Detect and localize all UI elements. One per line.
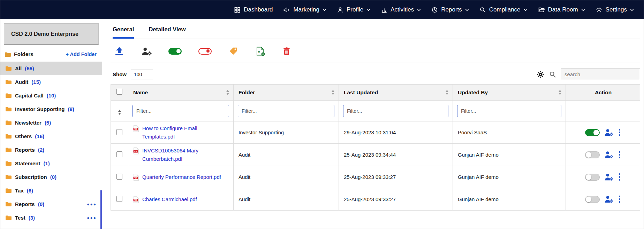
row-checkbox[interactable] [116,129,122,135]
folder-menu-icon[interactable]: ●●● [87,202,97,206]
col-header-last-updated[interactable]: Last Updated [339,85,453,101]
folder-icon [5,161,12,166]
file-link[interactable]: Quarterly Performance Report.pdf [142,173,221,181]
assign-user-icon[interactable] [604,173,613,181]
folder-name: Newsletter [15,120,41,126]
activate-toggle-icon [168,48,182,55]
assign-user-icon[interactable] [604,128,613,136]
folder-filter-input[interactable] [238,105,334,117]
nav-item-profile[interactable]: Profile [337,6,370,13]
col-header-folder[interactable]: Folder [234,85,339,101]
svg-text:PDF: PDF [134,199,137,201]
svg-text:PDF: PDF [134,128,137,130]
row-checkbox[interactable] [116,151,122,157]
sidebar-folder-item[interactable]: Investor Supporting (8) ●●● [0,102,102,116]
delete-button[interactable] [282,46,291,56]
nav-item-compliance[interactable]: Compliance [479,6,528,13]
col-header-name[interactable]: Name [128,85,234,101]
assign-user-button[interactable] [141,47,152,56]
activate-button[interactable] [168,48,182,55]
last-updated-cell: 25-Aug-2023 09:33:27 [339,166,453,188]
kebab-menu-icon[interactable] [618,172,622,182]
folder-count: (15) [31,79,41,85]
main-content: General Detailed View [102,19,644,229]
enterprise-title: CSD 2.0 Demo Enterprise [4,23,99,45]
row-checkbox[interactable] [116,196,122,202]
sort-icon[interactable] [332,90,334,95]
export-excel-button[interactable]: x [255,46,265,56]
nav-label: Profile [347,6,363,13]
sidebar-folder-item[interactable]: Test (3) ●●● [0,211,102,224]
kebab-menu-icon[interactable] [618,128,622,137]
upload-button[interactable] [114,46,124,56]
last-updated-filter-input[interactable] [343,105,448,117]
nav-item-reports[interactable]: Reports [431,6,469,13]
file-link[interactable]: How to Configure Email Templates.pdf [142,124,229,141]
status-toggle[interactable] [585,196,600,203]
folder-icon [5,215,12,220]
megaphone-icon [283,6,290,13]
nav-item-settings[interactable]: Settings [596,6,634,13]
nav-item-activities[interactable]: Activities [381,6,421,13]
sidebar-folder-item[interactable]: Reports (2) ●●● [0,143,102,157]
sidebar-folder-item[interactable]: Tax (6) ●●● [0,184,102,197]
table-settings-gear-icon[interactable] [536,70,545,79]
nav-item-marketing[interactable]: Marketing [283,6,326,13]
file-link[interactable]: INVCSD10053064 Mary Cumberbatch.pdf [142,147,229,163]
toolbar: x [111,39,640,63]
page-size-input[interactable] [131,70,153,79]
documents-table: Name Folder Last Updated Updated By Acti… [111,84,640,211]
sidebar-folder-item[interactable]: Newsletter (5) ●●● [0,116,102,129]
search-input[interactable] [561,69,640,80]
nav-label: Activities [391,6,414,13]
status-toggle[interactable] [585,151,600,158]
sidebar-folder-item[interactable]: Capital Call (10) ●●● [0,89,102,102]
tab-detailed-view[interactable]: Detailed View [149,26,185,39]
tab-general[interactable]: General [113,26,134,39]
folder-count: (1) [44,160,50,166]
name-filter-input[interactable] [132,105,229,117]
folder-count: (0) [38,201,44,207]
kebab-menu-icon[interactable] [618,195,622,204]
pie-chart-icon [431,7,438,13]
svg-text:PDF: PDF [134,177,137,179]
sidebar-folder-item[interactable]: Statement (1) ●●● [0,157,102,170]
deactivate-button[interactable] [198,48,212,55]
select-all-checkbox[interactable] [116,89,122,95]
folder-menu-icon[interactable]: ●●● [87,216,97,220]
status-toggle[interactable] [585,174,600,181]
updated-by-cell: Poorvi SaaS [453,121,566,144]
assign-user-icon[interactable] [604,195,613,203]
kebab-menu-icon[interactable] [618,150,622,159]
sort-icon[interactable] [226,90,229,95]
sort-icon[interactable] [446,90,448,95]
sidebar-folder-item[interactable]: Others (16) ●●● [0,129,102,143]
nav-item-dashboard[interactable]: Dashboard [234,6,273,13]
folder-list: All (66) ●●● Audit (15) ●●● Capital Call [0,62,102,224]
chevron-down-icon [630,9,634,11]
add-folder-button[interactable]: + Add Folder [66,52,97,57]
updated-by-filter-input[interactable] [457,105,561,117]
row-checkbox[interactable] [116,174,122,180]
last-updated-cell: 29-Aug-2023 10:31:04 [339,121,453,144]
chevron-down-icon [366,9,370,11]
nav-item-data-room[interactable]: Data Room [538,6,585,13]
dashboard-icon [234,7,241,13]
sidebar-folder-item[interactable]: Reports (0) ●●● [0,197,102,211]
nav-label: Settings [606,6,627,13]
folder-icon [5,79,12,85]
search-icon[interactable] [549,71,556,78]
sort-icon[interactable] [559,90,561,95]
assign-user-icon[interactable] [604,151,613,159]
clear-sort-icon[interactable] [118,110,121,115]
col-header-updated-by[interactable]: Updated By [453,85,566,101]
folder-icon [5,106,12,112]
file-link[interactable]: Charles Carmichael.pdf [142,195,197,203]
sidebar-folder-item[interactable]: Subscription (0) ●●● [0,170,102,184]
status-toggle[interactable] [585,129,600,136]
sidebar-folder-item[interactable]: Audit (15) ●●● [0,75,102,89]
folder-name: Capital Call [15,93,44,98]
sidebar-scrollbar[interactable] [100,190,102,229]
sidebar-folder-item[interactable]: All (66) ●●● [0,62,102,75]
tag-button[interactable] [228,46,238,56]
